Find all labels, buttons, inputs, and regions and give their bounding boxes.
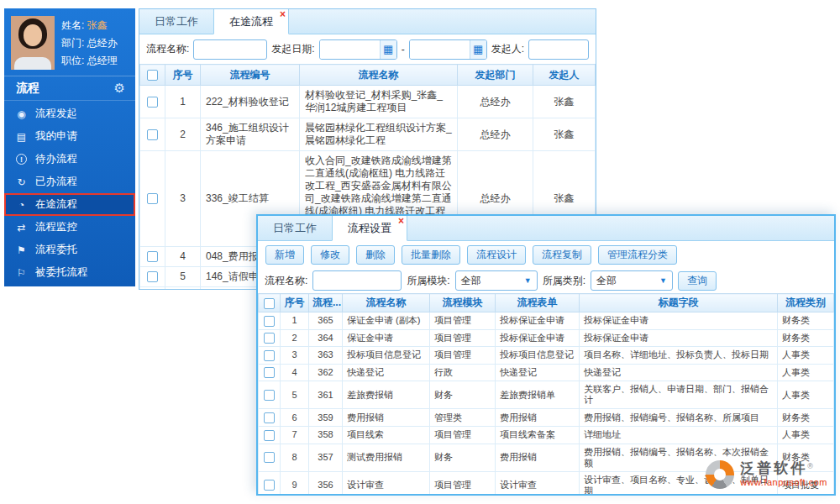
tab-in-transit[interactable]: 在途流程 × <box>213 9 289 34</box>
table-row[interactable]: 5361差旅费报销财务差旅费报销单关联客户、报销人、申请日期、部门、报销合计人事… <box>259 381 834 409</box>
avatar-face <box>24 24 42 46</box>
sidebar-section-title: 流程 <box>16 81 39 96</box>
cell-no: 5 <box>165 267 201 287</box>
row-checkbox[interactable] <box>264 390 275 401</box>
table-row[interactable]: 1222_材料验收登记材料验收登记_材料采购_张鑫_华润12城房建工程项目总经办… <box>140 86 596 118</box>
cell-name: 投标项目信息登记 <box>343 347 430 365</box>
checkbox-cell <box>140 287 165 291</box>
gear-icon[interactable]: ⚙ <box>114 81 125 96</box>
row-checkbox[interactable] <box>264 316 275 327</box>
initiator-input[interactable] <box>528 39 589 60</box>
row-checkbox[interactable] <box>264 430 275 441</box>
date-to-input[interactable] <box>410 40 470 59</box>
tab-daily-work[interactable]: 日常工作 <box>139 9 213 34</box>
add-button[interactable]: 新增 <box>265 245 304 265</box>
vendor-watermark: 泛普软件® www.fanpusoft.com <box>706 460 827 489</box>
cell-no: 8 <box>281 444 309 471</box>
process-settings-window: 日常工作 流程设置 × 新增 修改 删除 批量删除 流程设计 流程复制 管理流程… <box>256 214 836 496</box>
initiator-label: 发起人: <box>491 42 524 56</box>
cell-form: 设计审查 <box>496 471 580 496</box>
module-select[interactable]: 全部 ▼ <box>455 270 538 291</box>
profile-info: 姓名: 张鑫 部门: 总经办 职位: 总经理 <box>61 16 118 70</box>
close-icon[interactable]: × <box>280 9 286 19</box>
module-select-value: 全部 <box>461 274 481 288</box>
cell-name: 费用报销 <box>343 409 430 427</box>
sidebar-item-process-delegate[interactable]: ⚑ 流程委托 <box>4 239 135 261</box>
table-row[interactable]: 2346_施工组织设计方案申请晨铭园林绿化工程组织设计方案_晨铭园林绿化工程总经… <box>140 118 596 151</box>
cell-module: 行政 <box>430 364 496 381</box>
sidebar-item-label: 流程监控 <box>35 220 77 234</box>
tab-process-settings[interactable]: 流程设置 × <box>332 216 407 241</box>
table-row[interactable]: 7358项目线索项目管理项目线索备案详细地址人事类 <box>259 426 834 444</box>
process-design-button[interactable]: 流程设计 <box>467 245 526 265</box>
row-checkbox[interactable] <box>147 193 158 204</box>
search-button[interactable]: 查询 <box>678 271 717 291</box>
row-checkbox[interactable] <box>264 452 275 463</box>
row-checkbox[interactable] <box>147 97 158 108</box>
cell-module: 项目管理 <box>430 329 496 347</box>
cell-fields: 关联客户、报销人、申请日期、部门、报销合计 <box>580 381 778 409</box>
cell-name: 项目线索 <box>343 426 430 444</box>
cell-code: 358 <box>309 426 343 444</box>
cell-category: 人事类 <box>778 347 834 365</box>
name-value: 张鑫 <box>87 19 108 31</box>
cell-code: 362 <box>309 364 343 381</box>
row-checkbox[interactable] <box>147 251 158 262</box>
sidebar-item-process-initiate[interactable]: ◉ 流程发起 <box>4 102 135 125</box>
cell-module: 管理类 <box>430 409 496 427</box>
cell-module: 项目管理 <box>430 471 496 496</box>
cell-module: 项目管理 <box>430 312 496 330</box>
sidebar-item-process-monitor[interactable]: ⇄ 流程监控 <box>4 216 135 239</box>
checkbox-cell <box>140 247 165 267</box>
checkbox-cell <box>259 329 281 347</box>
monitor-icon: ⇄ <box>15 222 28 234</box>
cell-name: 测试费用报销 <box>343 444 430 471</box>
modify-button[interactable]: 修改 <box>311 245 349 265</box>
tab-daily-work[interactable]: 日常工作 <box>258 216 332 240</box>
checkbox-cell <box>140 118 165 151</box>
front-tab-bar: 日常工作 流程设置 × <box>258 216 834 241</box>
sidebar-item-completed-processes[interactable]: ↻ 已办流程 <box>4 171 135 193</box>
sidebar-item-delegated-processes[interactable]: ⚐ 被委托流程 <box>4 261 135 284</box>
sidebar-item-pending-processes[interactable]: ! 待办流程 <box>4 148 135 171</box>
clock-icon: ◔ <box>15 199 28 211</box>
process-copy-button[interactable]: 流程复制 <box>533 245 591 265</box>
table-row[interactable]: 3363投标项目信息登记项目管理投标项目信息登记项目名称、详细地址、投标负责人、… <box>259 347 834 365</box>
manage-category-button[interactable]: 管理流程分类 <box>598 245 677 265</box>
fanpu-logo-icon <box>706 460 734 489</box>
process-name-input[interactable] <box>193 39 267 60</box>
calendar-icon[interactable]: ▦ <box>470 40 486 59</box>
row-checkbox[interactable] <box>264 412 275 423</box>
brand-name: 泛普软件 <box>740 460 807 476</box>
delete-button[interactable]: 删除 <box>356 245 395 265</box>
table-row[interactable]: 4362快递登记行政快递登记快递登记人事类 <box>259 364 834 381</box>
cell-code: 361 <box>309 381 343 409</box>
select-all-checkbox[interactable] <box>264 298 275 309</box>
col-header-name: 流程名称 <box>343 294 430 312</box>
table-row[interactable]: 6359费用报销管理类费用报销费用报销、报销编号、报销名称、所属项目财务类 <box>259 409 834 427</box>
date-from-input[interactable] <box>320 40 380 59</box>
category-select[interactable]: 全部 ▼ <box>591 270 673 291</box>
process-name-label: 流程名称: <box>146 42 189 56</box>
table-row[interactable]: 1365保证金申请 (副本)项目管理投标保证金申请投标保证金申请财务类 <box>259 312 834 330</box>
row-checkbox[interactable] <box>264 333 275 344</box>
back-filter-bar: 流程名称: 发起日期: ▦ - ▦ 发起人: <box>139 34 596 64</box>
process-name-input[interactable] <box>312 270 402 291</box>
col-header-dept: 发起部门 <box>458 65 533 86</box>
row-checkbox[interactable] <box>264 367 275 378</box>
row-checkbox[interactable] <box>147 129 158 140</box>
row-checkbox[interactable] <box>264 350 275 361</box>
cell-fields: 费用报销、报销编号、报销名称、所属项目 <box>580 409 778 427</box>
table-row[interactable]: 2364保证金申请项目管理投标保证金申请投标保证金申请财务类 <box>259 329 834 347</box>
calendar-icon[interactable]: ▦ <box>380 40 396 59</box>
sidebar-item-my-applications[interactable]: ▤ 我的申请 <box>4 125 135 148</box>
row-checkbox[interactable] <box>264 480 275 491</box>
title-label: 职位: <box>61 55 84 66</box>
close-icon[interactable]: × <box>398 216 404 226</box>
batch-delete-button[interactable]: 批量删除 <box>402 245 460 265</box>
dept-label: 部门: <box>61 37 84 49</box>
select-all-checkbox[interactable] <box>147 70 158 81</box>
profile-dept: 部门: 总经办 <box>61 34 118 52</box>
sidebar-item-in-transit-processes[interactable]: ◔ 在途流程 <box>4 193 135 216</box>
row-checkbox[interactable] <box>147 271 158 282</box>
